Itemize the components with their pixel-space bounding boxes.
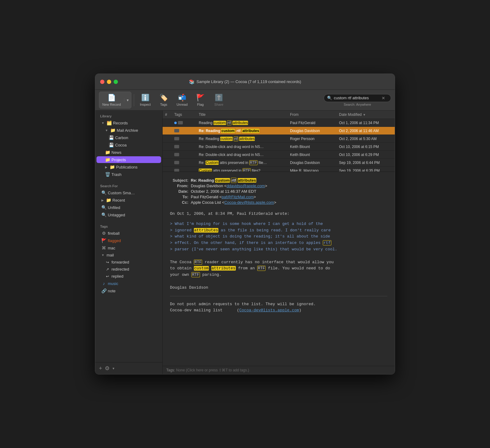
sidebar-item-projects[interactable]: 📁 Projects bbox=[96, 156, 161, 163]
news-label: News bbox=[111, 150, 122, 155]
close-button[interactable] bbox=[100, 80, 104, 84]
td-tags-6 bbox=[172, 160, 196, 165]
search-clear-button[interactable]: ✕ bbox=[382, 96, 385, 101]
minimize-button[interactable] bbox=[107, 80, 111, 84]
content-area: # Tags Title From Date Modified ▼ Readin… bbox=[163, 111, 395, 374]
tags-bar-label: Tags: bbox=[166, 368, 176, 372]
col-title[interactable]: Title bbox=[196, 111, 288, 119]
sidebar-item-news[interactable]: 📁 News bbox=[96, 149, 161, 156]
td-date-2: Oct 2, 2006 at 11:46 AM bbox=[337, 127, 395, 134]
col-date[interactable]: Date Modified ▼ bbox=[337, 111, 395, 119]
highlight-rtf-1: rtf bbox=[227, 120, 232, 125]
list-email-link[interactable]: Cocoa-dev@lists.apple.com bbox=[239, 308, 299, 313]
sidebar-item-carbon[interactable]: 💾 Carbon bbox=[96, 134, 161, 141]
records-label: Records bbox=[113, 121, 128, 125]
carbon-label: Carbon bbox=[115, 135, 128, 140]
td-from-3: Roger Persson bbox=[288, 135, 337, 142]
add-button[interactable]: + bbox=[99, 365, 102, 372]
td-hash-2 bbox=[163, 130, 172, 132]
highlight-rtf-b2: RTF bbox=[257, 266, 266, 271]
sidebar-item-custom-smart[interactable]: 🔍 Custom Sma… bbox=[96, 189, 161, 196]
sidebar-tag-mail[interactable]: ▼ mail bbox=[96, 252, 161, 258]
sidebar-tag-fireball[interactable]: ⚙ fireball bbox=[96, 230, 161, 237]
table-row[interactable]: Re: Reading custom rtf attributes Roger … bbox=[163, 135, 395, 143]
td-hash-7 bbox=[163, 169, 172, 172]
col-from[interactable]: From bbox=[288, 111, 337, 119]
tags-bar[interactable]: Tags: None (Click here or press ⇧⌘T to a… bbox=[163, 366, 395, 374]
sidebar-tag-music[interactable]: ♪ music bbox=[96, 280, 161, 287]
tag-icon-5 bbox=[174, 153, 179, 156]
sidebar-tag-flagged[interactable]: 🚩 flagged bbox=[96, 237, 161, 244]
table-row[interactable]: Re: Double-click and drag word in NS… Ke… bbox=[163, 143, 395, 151]
td-from-2: Douglas Davidson bbox=[288, 127, 337, 134]
cc-email-link[interactable]: Cocoa-dev@lists.apple.com bbox=[224, 200, 274, 205]
tag-icon-7 bbox=[174, 169, 179, 172]
email-divider bbox=[170, 296, 387, 296]
new-record-button[interactable]: 📄 New Record bbox=[99, 92, 124, 108]
share-label: Share bbox=[214, 103, 223, 106]
email-from-row: From: Douglas Davidson <ddavidso@apple.c… bbox=[170, 184, 387, 188]
td-hash-5 bbox=[163, 154, 172, 156]
highlight-rtf-q: rtf bbox=[323, 240, 331, 245]
settings-arrow[interactable]: ▼ bbox=[112, 367, 115, 370]
table-row[interactable]: Custom attrs preserved in RTF files? Mik… bbox=[163, 167, 395, 172]
sidebar-tag-forwarded[interactable]: ↪ forwarded bbox=[96, 259, 161, 265]
highlight-attributes-b1: attributes bbox=[211, 266, 236, 271]
highlight-attributes-1: attributes bbox=[232, 121, 248, 125]
mail-label: mail bbox=[107, 253, 114, 257]
sidebar-tag-note[interactable]: 🔗 note bbox=[96, 287, 161, 294]
td-date-5: Oct 10, 2006 at 6:29 PM bbox=[337, 151, 395, 158]
cc-label: Cc: bbox=[170, 200, 188, 205]
sidebar-item-trash[interactable]: 🗑️ Trash bbox=[96, 171, 161, 178]
col-tags[interactable]: Tags bbox=[172, 111, 196, 119]
new-record-dropdown[interactable]: ▼ bbox=[124, 98, 131, 102]
share-button[interactable]: ⬆️ Share bbox=[210, 92, 228, 108]
tags-button[interactable]: 🏷️ Tags bbox=[155, 92, 172, 108]
highlight-custom-3: custom bbox=[220, 137, 233, 141]
col-hash[interactable]: # bbox=[163, 111, 172, 119]
inspect-button[interactable]: ℹ️ Inspect bbox=[137, 92, 154, 108]
table-row[interactable]: Re: Double-click and drag word in NS… Ke… bbox=[163, 151, 395, 159]
sidebar-item-untagged[interactable]: 🔍 Untagged bbox=[96, 211, 161, 218]
sort-arrow: ▼ bbox=[363, 113, 366, 116]
carbon-icon: 💾 bbox=[109, 135, 114, 140]
sidebar-item-unfiled[interactable]: 🔍 Unfiled bbox=[96, 204, 161, 211]
sidebar-item-recent[interactable]: ▶ 📁 Recent bbox=[96, 197, 161, 203]
main-window: 📚 Sample Library (2) — Cocoa (7 of 1,119… bbox=[95, 74, 395, 374]
from-email-link[interactable]: ddavidso@apple.com bbox=[227, 184, 265, 188]
td-title-4: Re: Double-click and drag word in NS… bbox=[196, 143, 288, 150]
sidebar-item-records[interactable]: ▼ 🗂️ Records bbox=[96, 120, 161, 126]
table-area[interactable]: # Tags Title From Date Modified ▼ Readin… bbox=[163, 111, 395, 172]
disclosure-arrow-mail: ▼ bbox=[101, 253, 104, 257]
tag-icon-2 bbox=[174, 129, 179, 132]
subject-label: Subject: bbox=[170, 178, 188, 183]
to-email-link[interactable]: paf@FitzMail.com bbox=[222, 195, 254, 199]
unread-button[interactable]: 📬 Unread bbox=[173, 92, 190, 108]
records-icon: 🗂️ bbox=[107, 120, 111, 125]
sidebar-tag-replied[interactable]: ↩ replied bbox=[96, 273, 161, 279]
search-icon: 🔍 bbox=[327, 96, 332, 100]
table-row[interactable]: Re: Custom attrs preserved in RTF file… … bbox=[163, 159, 395, 167]
sidebar-item-cocoa[interactable]: 💾 Cocoa bbox=[96, 142, 161, 148]
settings-button[interactable]: ⚙ bbox=[105, 365, 110, 372]
publications-icon: 📁 bbox=[110, 165, 115, 169]
flag-button[interactable]: 🚩 Flag bbox=[192, 92, 209, 108]
highlight-attributes-2: attributes bbox=[242, 129, 259, 133]
table-row-selected[interactable]: Re: Reading custom rtf attributes Dougla… bbox=[163, 127, 395, 135]
sidebar-tag-redirected[interactable]: ↗ redirected bbox=[96, 266, 161, 272]
highlight-rtf-2: rtf bbox=[236, 128, 241, 133]
table-row[interactable]: Reading custom rtf attributes Paul FitzG… bbox=[163, 119, 395, 127]
td-from-5: Keith Blount bbox=[288, 151, 337, 158]
trash-label: Trash bbox=[111, 172, 122, 177]
td-title-3: Re: Reading custom rtf attributes bbox=[196, 135, 288, 142]
titlebar: 📚 Sample Library (2) — Cocoa (7 of 1,119… bbox=[95, 74, 395, 90]
search-input[interactable] bbox=[334, 96, 380, 100]
sidebar-footer: + ⚙ ▼ bbox=[95, 362, 162, 374]
maximize-button[interactable] bbox=[114, 80, 118, 84]
highlight-rtf-b1: RTF bbox=[194, 260, 202, 265]
sidebar-tag-mac[interactable]: ⌘ mac bbox=[96, 245, 161, 251]
sidebar-item-publications[interactable]: ▶ 📁 Publications bbox=[96, 164, 161, 170]
highlight-rtf-b3: RTF bbox=[191, 272, 200, 277]
titlebar-title: 📚 Sample Library (2) — Cocoa (7 of 1,119… bbox=[189, 79, 301, 85]
sidebar-item-mail-archive[interactable]: ▼ 📁 Mail Archive bbox=[96, 127, 161, 134]
